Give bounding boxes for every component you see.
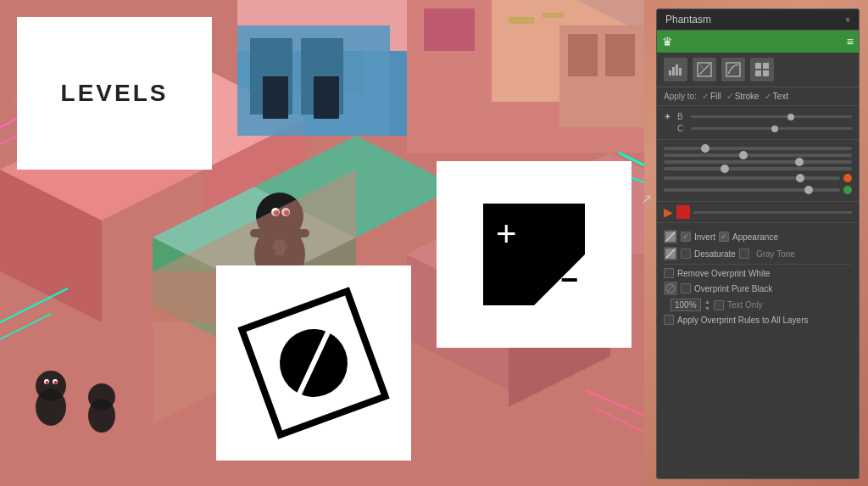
big-slider-5-thumb[interactable] xyxy=(796,174,804,182)
plus-symbol: + xyxy=(496,216,517,252)
big-slider-1-thumb[interactable] xyxy=(701,144,709,153)
invert-label: Invert xyxy=(694,232,715,242)
big-slider-row-5 xyxy=(664,174,852,182)
svg-rect-70 xyxy=(755,63,761,69)
slider-b-label: B xyxy=(677,112,687,121)
circle-inner xyxy=(270,320,358,407)
apply-rules-label: Apply Overprint Rules to All Layers xyxy=(677,316,809,325)
minus-symbol: − xyxy=(560,265,578,295)
svg-rect-71 xyxy=(763,63,769,69)
slider-c-label: C xyxy=(677,124,687,133)
svg-rect-63 xyxy=(672,67,675,75)
overprint-black-label: Overprint Pure Black xyxy=(694,284,772,293)
slider-b-thumb[interactable] xyxy=(787,114,794,120)
desaturate-icon xyxy=(664,247,677,260)
slider-row-b: ☀ B xyxy=(664,112,852,121)
sun-icon: ☀ xyxy=(664,112,674,121)
phantasm-panel: Phantasm × ♛ ≡ xyxy=(656,8,860,479)
levels-panel: LEVELS xyxy=(17,17,212,170)
big-slider-row-4 xyxy=(664,167,852,170)
levels-icon[interactable] xyxy=(693,58,716,81)
apply-stroke-check[interactable]: ✓ Stroke xyxy=(726,92,760,101)
apply-rules-checkbox[interactable] xyxy=(664,315,674,325)
plusminus-panel: + − xyxy=(437,161,632,348)
big-slider-6-thumb[interactable] xyxy=(804,186,813,194)
text-only-label: Text Only xyxy=(727,300,763,310)
big-slider-1-track[interactable] xyxy=(664,147,852,150)
remove-overprint-label: Remove Overprint White xyxy=(677,269,770,278)
color-swatch[interactable] xyxy=(676,205,690,219)
percent-input[interactable] xyxy=(670,299,701,311)
big-sliders xyxy=(657,140,859,202)
overprint-black-checkbox[interactable] xyxy=(681,283,691,293)
circle-panel xyxy=(216,265,411,461)
apply-to-label: Apply to: xyxy=(664,92,697,101)
big-slider-2-track[interactable] xyxy=(664,154,852,157)
color-row: ▶ xyxy=(657,202,859,223)
histogram-icon[interactable] xyxy=(664,58,687,81)
desaturate-label: Desaturate xyxy=(694,249,736,259)
remove-overprint-checkbox[interactable] xyxy=(664,268,674,278)
big-slider-2-thumb[interactable] xyxy=(739,151,748,159)
slider-b-track[interactable] xyxy=(691,115,852,118)
orange-dot xyxy=(843,174,852,182)
slider-c-track[interactable] xyxy=(691,127,852,130)
appearance-checkbox[interactable] xyxy=(719,232,729,242)
apply-fill-check[interactable]: ✓ Fill xyxy=(702,92,721,101)
gray-tone-label: Gray Tone xyxy=(756,249,795,259)
svg-rect-62 xyxy=(669,70,671,75)
gray-tone-checkbox[interactable] xyxy=(739,249,749,259)
overprint-black-row: Overprint Pure Black xyxy=(664,282,852,295)
plusminus-icon: + − xyxy=(483,204,585,305)
circle-icon xyxy=(237,287,389,439)
crown-row: ♛ ≡ xyxy=(657,31,859,53)
percent-row: ▲ ▼ Text Only xyxy=(664,299,852,311)
overprint-icon xyxy=(664,282,677,295)
svg-rect-64 xyxy=(676,64,678,75)
menu-icon[interactable]: ≡ xyxy=(847,35,854,48)
slider-c-thumb[interactable] xyxy=(771,126,778,132)
close-button[interactable]: × xyxy=(845,15,850,25)
percent-up[interactable]: ▲ xyxy=(704,299,710,304)
divider-1 xyxy=(664,264,852,265)
curves-icon[interactable] xyxy=(721,58,745,81)
big-slider-row-3 xyxy=(664,160,852,164)
big-slider-4-thumb[interactable] xyxy=(721,165,729,173)
invert-checkbox[interactable] xyxy=(681,232,691,242)
big-slider-3-thumb[interactable] xyxy=(795,158,804,166)
levels-title: LEVELS xyxy=(61,80,169,107)
crown-icon[interactable]: ♛ xyxy=(662,35,673,48)
svg-rect-65 xyxy=(679,68,682,75)
phantasm-titlebar: Phantasm × xyxy=(657,9,859,31)
grid-icon[interactable] xyxy=(750,58,774,81)
desaturate-row: Desaturate Gray Tone xyxy=(664,247,852,260)
phantasm-title: Phantasm xyxy=(665,14,711,25)
big-slider-6-track[interactable] xyxy=(664,188,840,192)
svg-line-68 xyxy=(698,63,704,70)
options-section: Invert Appearance Desaturate Gray Tone R… xyxy=(657,223,859,332)
apply-to-row: Apply to: ✓ Fill ✓ Stroke ✓ Text xyxy=(657,87,859,106)
big-slider-3-track[interactable] xyxy=(664,160,852,164)
svg-rect-73 xyxy=(763,70,769,76)
desaturate-checkbox[interactable] xyxy=(681,249,691,259)
svg-rect-72 xyxy=(755,70,761,76)
apply-text-check[interactable]: ✓ Text xyxy=(765,92,788,101)
color-slider[interactable] xyxy=(693,211,852,214)
arrow-icon[interactable]: ▶ xyxy=(664,205,673,219)
big-slider-4-track[interactable] xyxy=(664,167,852,170)
circle-box xyxy=(237,287,389,439)
appearance-label: Appearance xyxy=(732,232,778,242)
percent-stepper[interactable]: ▲ ▼ xyxy=(704,299,710,311)
invert-icon xyxy=(664,230,677,243)
big-slider-5-track[interactable] xyxy=(664,176,840,180)
big-slider-row-2 xyxy=(664,154,852,157)
sliders-section: ☀ B C xyxy=(657,106,859,140)
apply-rules-row: Apply Overprint Rules to All Layers xyxy=(664,315,852,325)
big-slider-row-6 xyxy=(664,186,852,194)
icon-toolbar xyxy=(657,53,859,87)
big-slider-row-1 xyxy=(664,147,852,150)
remove-overprint-row: Remove Overprint White xyxy=(664,268,852,278)
percent-down[interactable]: ▼ xyxy=(704,305,710,311)
invert-row: Invert Appearance xyxy=(664,230,852,243)
text-only-checkbox[interactable] xyxy=(714,300,724,310)
